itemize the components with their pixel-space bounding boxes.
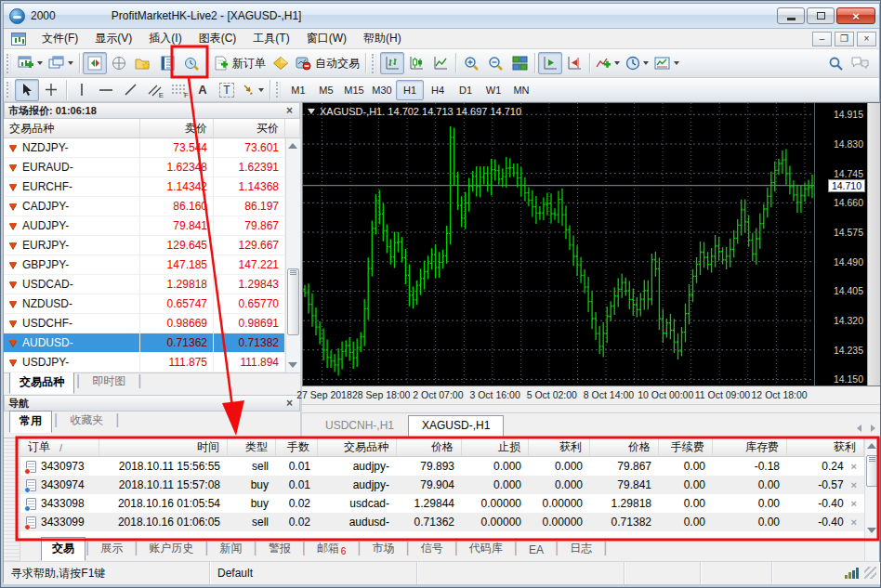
child-close-button[interactable]: × xyxy=(857,32,876,46)
menu-item-2[interactable]: 显示(V) xyxy=(86,28,140,49)
menu-item-4[interactable]: 图表(C) xyxy=(191,28,245,49)
column-ask[interactable]: 买价 xyxy=(214,119,285,137)
market-watch-tab-2[interactable]: 即时图 xyxy=(82,371,136,393)
horizontal-line-button[interactable] xyxy=(94,79,118,101)
terminal-tab-9[interactable]: 代码库 xyxy=(458,537,514,561)
price-axis[interactable]: 14.91514.83014.74514.66014.57514.49014.4… xyxy=(814,103,867,385)
terminal-button[interactable] xyxy=(155,52,179,74)
market-row-audjpy[interactable]: AUDJPY-79.84179.867 xyxy=(4,216,300,236)
toolbar-gripper[interactable] xyxy=(372,54,376,73)
market-row-usdjpy[interactable]: USDJPY-111.875111.894 xyxy=(4,353,300,372)
chart-plot[interactable]: XAGUSD-,H1. 14.702 14.713 14.697 14.710 xyxy=(303,103,814,385)
orders-column-6[interactable]: 价格 xyxy=(397,438,462,456)
orders-column-1[interactable]: 订单/ xyxy=(20,438,99,456)
chart-window[interactable]: XAGUSD-,H1. 14.702 14.713 14.697 14.710 … xyxy=(302,102,881,386)
order-close-icon[interactable]: × xyxy=(851,498,857,509)
order-row-3430974[interactable]: 34309742018.10.11 15:57:08buy0.01audjpy-… xyxy=(20,476,864,494)
terminal-tab-4[interactable]: 新闻 xyxy=(208,537,253,561)
trendline-button[interactable] xyxy=(118,79,142,101)
terminal-tab-7[interactable]: 市场 xyxy=(362,537,406,561)
tabs-scroll-right-icon[interactable] xyxy=(871,425,875,432)
orders-column-11[interactable]: 库存费 xyxy=(713,438,787,456)
market-row-cadjpy[interactable]: CADJPY-86.16086.197 xyxy=(4,197,300,216)
restore-button[interactable] xyxy=(807,7,835,24)
close-button[interactable]: × xyxy=(836,7,875,24)
autotrading-button[interactable]: 自动交易 xyxy=(293,52,362,74)
terminal-tab-2[interactable]: 展示 xyxy=(89,537,134,561)
profiles-button[interactable] xyxy=(46,52,76,74)
cursor-button[interactable] xyxy=(15,79,39,101)
child-minimize-button[interactable]: – xyxy=(812,32,832,46)
chart-tab-usdcnhh1[interactable]: USDCNH-,H1 xyxy=(311,415,408,437)
orders-column-5[interactable]: 交易品种 xyxy=(318,438,397,456)
new-chart-button[interactable] xyxy=(15,52,46,74)
scroll-down-icon[interactable] xyxy=(867,528,876,533)
auto-scroll-button[interactable] xyxy=(538,52,562,74)
menu-item-6[interactable]: 窗口(W) xyxy=(298,28,355,49)
order-row-3430973[interactable]: 34309732018.10.11 15:56:55sell0.01audjpy… xyxy=(20,457,864,476)
terminal-tab-3[interactable]: 账户历史 xyxy=(138,537,204,561)
orders-column-10[interactable]: 手续费 xyxy=(659,438,713,456)
scroll-up-icon[interactable] xyxy=(867,443,876,449)
zoom-in-button[interactable] xyxy=(459,52,483,74)
orders-column-7[interactable]: 止损 xyxy=(462,438,529,456)
market-row-gbpjpy[interactable]: GBPJPY-147.185147.221 xyxy=(4,255,300,275)
column-bid[interactable]: 卖价 xyxy=(140,119,214,137)
market-row-audusd[interactable]: AUDUSD-0.713620.71382 xyxy=(4,333,300,353)
indicators-button[interactable] xyxy=(593,52,623,74)
terminal-tab-8[interactable]: 信号 xyxy=(410,537,454,561)
orders-column-3[interactable]: 类型 xyxy=(228,438,276,456)
bar-chart-button[interactable] xyxy=(380,52,404,74)
chart-system-menu-icon[interactable] xyxy=(11,33,26,46)
chart-tab-xagusdh1[interactable]: XAGUSD-,H1 xyxy=(408,415,504,437)
navigator-tab-1[interactable]: 常用 xyxy=(9,411,52,433)
search-button[interactable] xyxy=(823,52,848,74)
timeframe-w1[interactable]: W1 xyxy=(480,80,507,100)
market-row-usdcad[interactable]: USDCAD-1.298181.29843 xyxy=(4,275,300,294)
strategy-tester-button[interactable] xyxy=(179,52,204,74)
orders-column-9[interactable]: 价格 xyxy=(590,438,659,456)
arrows-button[interactable] xyxy=(239,79,267,101)
toolbar-gripper[interactable] xyxy=(7,54,11,73)
market-row-eurchf[interactable]: EURCHF-1.143421.14368 xyxy=(4,177,300,197)
navigator-tab-2[interactable]: 收藏夹 xyxy=(59,410,113,432)
orders-scrollbar[interactable] xyxy=(864,438,879,561)
navigator-close-icon[interactable]: × xyxy=(283,398,296,409)
status-profile[interactable]: Default xyxy=(210,562,417,584)
menu-item-5[interactable]: 工具(T) xyxy=(244,28,297,49)
terminal-gripper[interactable] xyxy=(4,438,20,561)
orders-column-8[interactable]: 获利 xyxy=(529,438,590,456)
orders-column-4[interactable]: 手数 xyxy=(276,438,318,456)
terminal-tab-5[interactable]: 警报 xyxy=(257,537,302,561)
order-row-3433098[interactable]: 34330982018.10.16 01:05:54buy0.02usdcad-… xyxy=(20,494,864,513)
navigator-button[interactable] xyxy=(131,52,155,74)
timeframe-m30[interactable]: M30 xyxy=(368,80,396,100)
channel-button[interactable]: E xyxy=(142,79,166,101)
market-row-nzdjpy[interactable]: NZDJPY-73.54473.601 xyxy=(4,138,300,158)
menu-item-3[interactable]: 插入(I) xyxy=(140,28,190,49)
order-row-3433099[interactable]: 34330992018.10.16 01:06:05sell0.02audusd… xyxy=(20,513,864,531)
timeframe-m15[interactable]: M15 xyxy=(340,80,368,100)
market-watch-button[interactable] xyxy=(83,52,107,74)
scroll-thumb[interactable] xyxy=(866,455,878,487)
scroll-thumb[interactable] xyxy=(287,268,299,335)
menu-item-1[interactable]: 文件(F) xyxy=(33,28,86,49)
chat-button[interactable] xyxy=(848,52,872,74)
timeframe-mn[interactable]: MN xyxy=(507,80,535,100)
metaeditor-button[interactable] xyxy=(269,52,293,74)
scroll-down-icon[interactable] xyxy=(288,362,297,368)
terminal-tab-10[interactable]: EA xyxy=(518,540,555,561)
tabs-scroll-left-icon[interactable] xyxy=(857,425,861,432)
data-window-button[interactable] xyxy=(107,52,131,74)
toolbar-gripper[interactable] xyxy=(7,82,11,98)
market-watch-tab-1[interactable]: 交易品种 xyxy=(9,372,74,394)
crosshair-tool-button[interactable] xyxy=(39,79,63,101)
timeframe-h1[interactable]: H1 xyxy=(396,80,424,100)
zoom-out-button[interactable] xyxy=(483,52,507,74)
periods-button[interactable] xyxy=(623,52,651,74)
terminal-tab-6[interactable]: 邮箱6 xyxy=(306,537,358,561)
chart-symbol-dropdown-icon[interactable] xyxy=(308,109,315,114)
new-order-button[interactable]: 新订单 xyxy=(210,52,269,74)
timeframe-m5[interactable]: M5 xyxy=(312,80,340,100)
minimize-button[interactable] xyxy=(777,7,805,24)
